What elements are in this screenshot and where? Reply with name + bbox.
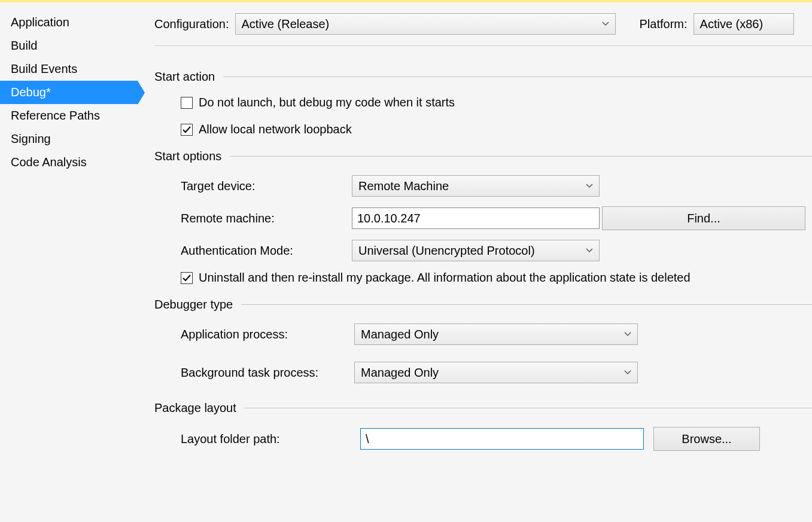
- sidebar-item-debug[interactable]: Debug*: [0, 81, 138, 104]
- section-debugger-type: Debugger type Application process: Manag…: [154, 298, 812, 383]
- chevron-down-icon: [586, 248, 593, 253]
- remote-machine-label: Remote machine:: [181, 212, 352, 225]
- sidebar-item-application[interactable]: Application: [0, 11, 138, 34]
- auth-mode-label: Authentication Mode:: [181, 244, 352, 258]
- sidebar-item-build-events[interactable]: Build Events: [0, 57, 138, 81]
- sidebar-item-build[interactable]: Build: [0, 34, 138, 57]
- platform-label: Platform:: [640, 17, 688, 31]
- divider: [245, 408, 812, 409]
- find-button[interactable]: Find...: [602, 206, 805, 230]
- section-start-action: Start action Do not launch, but debug my…: [154, 70, 812, 136]
- do-not-launch-label: Do not launch, but debug my code when it…: [199, 96, 455, 109]
- layout-path-label: Layout folder path:: [181, 432, 360, 446]
- auth-mode-dropdown[interactable]: Universal (Unencrypted Protocol): [352, 240, 600, 261]
- allow-loopback-label: Allow local network loopback: [199, 123, 352, 136]
- divider: [230, 156, 812, 157]
- section-title: Start action: [154, 70, 215, 84]
- allow-loopback-checkbox[interactable]: [181, 124, 193, 136]
- section-title: Debugger type: [154, 298, 233, 312]
- chevron-down-icon: [624, 370, 631, 375]
- app-process-dropdown[interactable]: Managed Only: [354, 323, 638, 345]
- sidebar-item-reference-paths[interactable]: Reference Paths: [0, 104, 138, 127]
- target-device-dropdown[interactable]: Remote Machine: [352, 175, 600, 197]
- chevron-down-icon: [602, 22, 609, 26]
- config-row: Configuration: Active (Release) Platform…: [154, 13, 812, 46]
- main-panel: Configuration: Active (Release) Platform…: [138, 2, 812, 460]
- remote-machine-input[interactable]: [352, 207, 600, 229]
- section-package-layout: Package layout Layout folder path: Brows…: [154, 401, 812, 451]
- bg-process-label: Background task process:: [181, 366, 354, 380]
- chevron-down-icon: [586, 184, 593, 188]
- target-device-label: Target device:: [181, 179, 352, 193]
- uninstall-checkbox[interactable]: [181, 272, 193, 284]
- divider: [241, 304, 812, 306]
- section-start-options: Start options Target device: Remote Mach…: [154, 149, 812, 285]
- do-not-launch-checkbox[interactable]: [181, 97, 193, 109]
- configuration-label: Configuration:: [154, 17, 229, 31]
- section-title: Start options: [154, 149, 221, 163]
- sidebar-item-code-analysis[interactable]: Code Analysis: [0, 151, 138, 174]
- chevron-down-icon: [624, 332, 631, 337]
- platform-dropdown[interactable]: Active (x86): [694, 13, 794, 35]
- sidebar-item-signing[interactable]: Signing: [0, 127, 138, 151]
- browse-button[interactable]: Browse...: [653, 427, 760, 451]
- bg-process-dropdown[interactable]: Managed Only: [354, 362, 638, 383]
- divider: [223, 77, 812, 78]
- app-process-label: Application process:: [181, 328, 354, 341]
- configuration-dropdown[interactable]: Active (Release): [235, 13, 616, 35]
- uninstall-label: Uninstall and then re-install my package…: [199, 271, 691, 285]
- sidebar: Application Build Build Events Debug* Re…: [0, 2, 138, 460]
- section-title: Package layout: [154, 401, 236, 415]
- layout-path-input[interactable]: [360, 428, 644, 450]
